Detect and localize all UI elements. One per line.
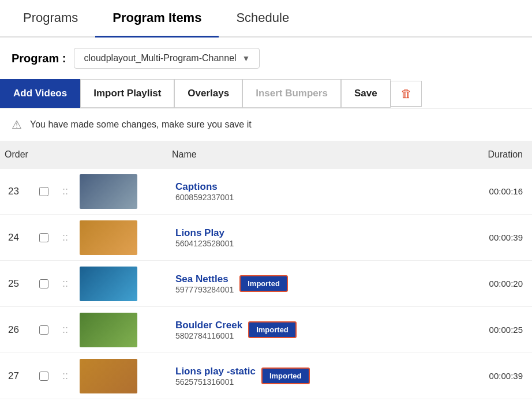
checkbox-cell[interactable] [35,367,58,385]
duration-cell: 00:00:39 [463,366,532,385]
table-row: 24 :: Lions Play 5604123528001 00:00:39 [0,215,532,261]
video-id: 5977793284001 [175,285,234,294]
table-row: 27 :: Lions play -static 5625751316001 I… [0,353,532,399]
insert-bumpers-button[interactable]: Insert Bumpers [242,79,341,108]
import-playlist-button[interactable]: Import Playlist [80,79,174,108]
col-name: Name [167,147,463,162]
duration-cell: 00:00:20 [463,274,532,293]
order-cell: 24 [0,227,35,248]
checkbox-cell[interactable] [35,275,58,293]
duration-cell: 00:00:39 [463,228,532,247]
thumbnail-cell [75,262,167,306]
program-label: Program : [12,52,66,65]
table-body: 23 :: Captions 6008592337001 00:00:16 24… [0,168,532,399]
video-name: Lions play -static [175,366,256,377]
toolbar: Add Videos Import Playlist Overlays Inse… [0,79,532,108]
tab-programs[interactable]: Programs [6,0,95,38]
video-id: 5625751316001 [175,377,256,387]
tab-program-items[interactable]: Program Items [95,0,219,38]
order-cell: 25 [0,273,35,294]
table-header: Order Name Duration [0,141,532,168]
drag-handle[interactable]: :: [58,227,75,248]
overlays-button[interactable]: Overlays [174,79,242,108]
checkbox-cell[interactable] [35,228,58,247]
video-name: Captions [175,181,234,193]
program-dropdown[interactable]: cloudplayout_Multi-Program-Channel ▼ [74,48,260,69]
thumbnail-cell [75,216,167,260]
imported-badge: Imported [248,321,297,338]
video-id: 5604123528001 [175,239,234,248]
order-cell: 27 [0,366,35,387]
order-cell: 23 [0,181,35,202]
thumbnail-cell [75,170,167,213]
video-id: 6008592337001 [175,193,234,202]
checkbox-cell[interactable] [35,182,58,201]
order-cell: 26 [0,320,35,340]
drag-handle[interactable]: :: [58,273,75,294]
warning-icon: ⚠ [12,118,22,132]
name-cell: Captions 6008592337001 [167,177,463,207]
video-id: 5802784116001 [175,331,242,340]
col-order: Order [0,147,35,162]
tab-schedule[interactable]: Schedule [219,0,306,38]
tab-bar: Programs Program Items Schedule [0,0,532,38]
table-row: 26 :: Boulder Creek 5802784116001 Import… [0,307,532,353]
video-name: Sea Nettles [175,273,234,285]
checkbox-cell[interactable] [35,321,58,339]
duration-cell: 00:00:25 [463,320,532,339]
warning-bar: ⚠ You have made some changes, make sure … [0,108,532,141]
drag-handle[interactable]: :: [58,319,75,340]
name-cell: Sea Nettles 5977793284001 Imported [167,269,463,299]
imported-badge: Imported [261,367,310,384]
video-name: Boulder Creek [175,320,242,331]
save-button[interactable]: Save [341,79,391,108]
add-videos-button[interactable]: Add Videos [0,79,80,108]
delete-button[interactable]: 🗑 [391,81,422,107]
thumbnail-cell [75,354,167,398]
drag-handle[interactable]: :: [58,181,75,202]
col-duration: Duration [463,147,532,162]
col-check [35,147,58,162]
chevron-down-icon: ▼ [242,54,250,63]
table-row: 23 :: Captions 6008592337001 00:00:16 [0,168,532,215]
program-row: Program : cloudplayout_Multi-Program-Cha… [0,38,532,79]
col-drag [58,147,75,162]
warning-message: You have made some changes, make sure yo… [30,119,252,130]
thumbnail-cell [75,308,167,352]
col-thumb [75,147,167,162]
table-row: 25 :: Sea Nettles 5977793284001 Imported… [0,261,532,307]
name-cell: Lions Play 5604123528001 [167,223,463,253]
name-cell: Boulder Creek 5802784116001 Imported [167,315,463,345]
video-name: Lions Play [175,227,234,239]
drag-handle[interactable]: :: [58,365,75,387]
imported-badge: Imported [239,275,288,292]
name-cell: Lions play -static 5625751316001 Importe… [167,361,463,391]
duration-cell: 00:00:16 [463,182,532,201]
program-selected-value: cloudplayout_Multi-Program-Channel [84,53,236,63]
